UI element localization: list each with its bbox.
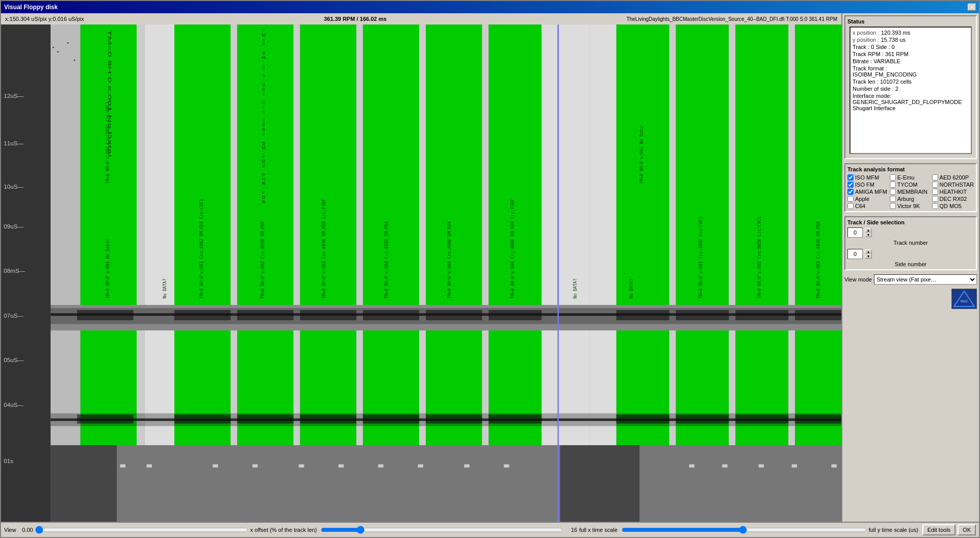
svg-text:TM=0 8H:0's:005 Crc:A9B8 DM:FD: TM=0 8H:0's:005 Crc:A9B8 DM:FDX [447,221,452,298]
format-heathkit: HEATHKIT [932,189,974,195]
svg-rect-111 [722,465,727,468]
side-number-label: Side number [847,261,974,267]
svg-rect-42 [74,60,75,61]
format-aed-6200p: AED 6200P [932,174,974,181]
checkbox-heathkit[interactable] [932,189,938,195]
checkbox-c64[interactable] [847,203,854,209]
svg-rect-54 [676,310,729,320]
app-logo: HxC [951,289,977,309]
svg-rect-16 [230,24,237,305]
svg-rect-22 [419,24,426,305]
svg-text:TM=0 8H:0's:002 Crc:8050 Crc:C: TM=0 8H:0's:002 Crc:8050 Crc:C0C1 [757,216,762,298]
track-spin-down[interactable]: ▼ [865,233,872,237]
svg-rect-60 [145,330,174,445]
format-qd-mo5: QD MO5 [932,203,974,209]
x-scale-slider[interactable] [321,526,562,534]
svg-rect-52 [488,310,541,320]
svg-rect-51 [426,310,482,320]
svg-rect-56 [795,310,841,320]
svg-rect-98 [50,445,117,522]
track-side-section: Track / Side selection ▲ ▼ Track number … [844,216,977,270]
checkbox-iso-fm[interactable] [847,182,854,188]
checkbox-membrain[interactable] [890,189,896,195]
svg-text:HxC: HxC [961,299,968,303]
svg-rect-88 [300,415,356,424]
interface-mode: Interface mode: GENERIC_SHUGART_DD_FLOPP… [853,93,969,111]
svg-rect-40 [57,52,59,53]
svg-rect-102 [213,465,218,468]
num-sides-value: 2 [895,86,898,92]
x-offset-slider[interactable] [35,526,248,534]
edit-tools-button[interactable]: Edit tools [922,524,956,535]
svg-text:10uS—: 10uS— [4,184,23,190]
svg-text:TM=0 8H:0's:001 No Data!: TM=0 8H:0's:001 No Data! [105,239,110,298]
svg-rect-69 [426,330,482,445]
waveform-svg: 12uS— 11uS— 10uS— 09uS— 08mS— 07uS— 05uS… [1,24,841,522]
y-scale-label: full y time scale (us) [869,527,918,533]
svg-rect-93 [676,415,729,424]
x-offset-container: 0.00 x offset (% of the track len) [20,526,317,534]
svg-rect-86 [174,415,230,424]
svg-rect-14 [145,24,174,305]
label-membrain: MEMBRAIN [897,189,927,195]
svg-rect-39 [53,47,54,48]
svg-rect-73 [560,330,590,445]
svg-text:08mS—: 08mS— [4,268,25,274]
svg-rect-85 [77,415,133,424]
svg-rect-113 [792,465,797,468]
svg-rect-74 [590,330,616,445]
x-offset-value: 0.00 [20,527,33,533]
window-title: Visual Floppy disk [4,4,58,11]
checkbox-tycom[interactable] [890,182,896,188]
svg-rect-41 [67,42,69,44]
track-number-input[interactable] [847,227,863,238]
label-qd-mo5: QD MO5 [940,203,962,209]
checkbox-victor-9k[interactable] [890,203,896,209]
canvas-area[interactable]: x:150.304 uS/pix y:0.016 uS/pix 361.39 R… [1,13,841,522]
format-iso-fm: ISO FM [847,182,889,188]
num-sides: Number of side : 2 [853,86,969,92]
svg-rect-58 [81,330,137,445]
checkbox-qd-mo5[interactable] [932,203,938,209]
rpm-value: 361 RPM [885,51,909,57]
svg-rect-47 [174,310,230,320]
track-format: Track format : ISOIBM_FM_ENCODING [853,65,969,78]
svg-rect-90 [426,415,482,424]
checkbox-e-emu[interactable] [890,174,896,181]
checkbox-amiga-mfm[interactable] [847,189,854,195]
format-tycom: TYCOM [890,182,931,188]
side-spinbox-arrows: ▲ ▼ [865,249,872,259]
side-spin-up[interactable]: ▲ [865,249,872,254]
svg-rect-59 [137,330,145,445]
checkbox-iso-mfm[interactable] [847,174,854,181]
viewmode-select[interactable]: Stream view (Fat pixe… Stream view Bit v… [874,274,977,285]
checkbox-dec-rx02[interactable] [932,196,938,202]
svg-rect-77 [676,330,729,445]
svg-rect-64 [294,330,300,445]
ok-button[interactable]: OK [958,524,976,535]
track-rpm: Track RPM : 361 RPM [853,51,969,57]
svg-rect-18 [294,24,300,305]
track-number-label: Track number [847,240,974,246]
svg-text:No DATA?: No DATA? [629,278,634,298]
svg-rect-70 [482,330,488,445]
xy-scale-info: x:150.304 uS/pix y:0.016 uS/pix [5,16,84,22]
svg-rect-99 [560,445,640,522]
side-spin-down[interactable]: ▼ [865,254,872,259]
y-position-value: 15.738 us [881,37,906,43]
bitrate: Bitrate : VARIABLE [853,58,969,64]
y-scale-slider[interactable] [622,526,867,534]
checkbox-northstar[interactable] [932,182,938,188]
checkbox-arburg[interactable] [890,196,896,202]
checkbox-aed-6200p[interactable] [932,174,938,181]
close-button[interactable]: ✕ [968,4,976,11]
x-position-value: 120.393 ms [881,30,910,36]
track-spin-up[interactable]: ▲ [865,228,872,233]
svg-rect-53 [616,310,669,320]
visualization[interactable]: 12uS— 11uS— 10uS— 09uS— 08mS— 07uS— 05uS… [1,24,841,522]
format-dec-rx02: DEC RX02 [932,196,974,202]
side-number-input[interactable] [847,249,863,259]
bottom-bar: View 0.00 x offset (% of the track len) … [1,522,979,537]
checkbox-apple[interactable] [847,196,854,202]
label-dec-rx02: DEC RX02 [940,196,967,202]
